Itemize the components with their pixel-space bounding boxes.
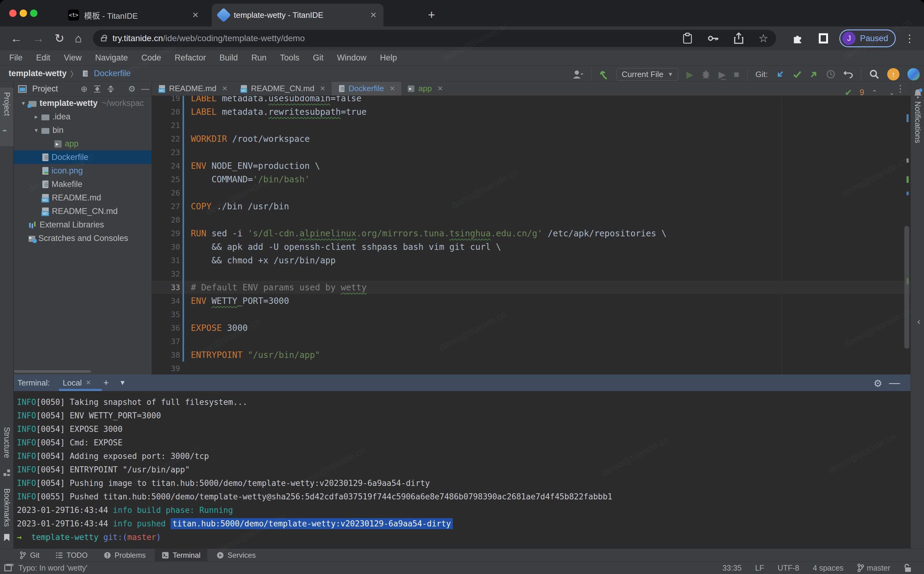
hide-panel-icon[interactable]: —	[141, 84, 149, 94]
menu-window[interactable]: Window	[337, 53, 366, 63]
menu-git[interactable]: Git	[313, 53, 324, 63]
code-line-22[interactable]: 22WORKDIR /root/workspace	[152, 132, 910, 145]
user-account-icon[interactable]	[572, 69, 583, 79]
terminal-minimize-icon[interactable]: —	[889, 376, 900, 389]
new-tab-button[interactable]: +	[428, 9, 435, 21]
git-commit-check-icon[interactable]	[792, 70, 801, 78]
run-button[interactable]: ▶	[686, 69, 693, 80]
clipboard-icon[interactable]	[682, 33, 693, 44]
code-line-39[interactable]: 39	[152, 361, 910, 374]
search-everywhere-icon[interactable]	[869, 69, 879, 79]
stripe-notifications-label[interactable]: Notifications	[913, 101, 922, 143]
next-problem-icon[interactable]: ⌄	[889, 89, 894, 97]
stripe-structure-label[interactable]: Structure	[2, 427, 11, 458]
code-line-31[interactable]: 31 && chmod +x /usr/bin/app	[152, 254, 910, 267]
line-ending[interactable]: LF	[755, 564, 764, 572]
collapse-all-icon[interactable]	[107, 85, 115, 93]
code-line-19[interactable]: 19LABEL metadata.usesubdomain=false	[152, 96, 910, 105]
menu-build[interactable]: Build	[219, 53, 238, 63]
editor-tab-options-icon[interactable]: ⋮	[896, 82, 910, 95]
inspections-widget[interactable]: ✔ 9 ⌃ ⌄	[845, 87, 894, 98]
structure-icon[interactable]	[3, 469, 10, 476]
editor-tab-dockerfile[interactable]: Dockerfile✕	[332, 82, 401, 95]
code-line-26[interactable]: 26	[152, 186, 910, 200]
breadcrumb-file[interactable]: Dockerfile	[81, 69, 131, 78]
tree-row-bin[interactable]: ▾bin	[14, 123, 152, 137]
menu-tools[interactable]: Tools	[280, 53, 299, 63]
error-stripe-mark[interactable]	[907, 158, 909, 163]
code-line-35[interactable]: 35	[152, 308, 910, 321]
forward-icon[interactable]: →	[33, 32, 44, 45]
expand-all-icon[interactable]	[93, 85, 101, 93]
bookmark-star-icon[interactable]: ☆	[758, 32, 768, 45]
error-stripe-mark[interactable]	[907, 192, 909, 195]
tree-row-readme_cn.md[interactable]: README_CN.md	[14, 204, 152, 218]
terminal-dropdown-chevron-icon[interactable]: ▼	[119, 379, 126, 387]
project-horizontal-scrollbar[interactable]	[14, 370, 91, 373]
stripe-project-label[interactable]: Project	[2, 92, 11, 116]
menu-refactor[interactable]: Refactor	[174, 53, 206, 63]
error-stripe-mark[interactable]	[907, 114, 909, 122]
menu-run[interactable]: Run	[251, 53, 267, 63]
tree-row-app[interactable]: app	[14, 137, 152, 150]
code-line-33[interactable]: 33# Default ENV params used by wetty	[152, 281, 910, 294]
window-close-button[interactable]	[9, 9, 17, 17]
tree-row-icon.png[interactable]: icon.png	[14, 164, 152, 177]
menu-code[interactable]: Code	[141, 53, 161, 63]
tree-row-readme.md[interactable]: README.md	[14, 191, 152, 204]
tree-chevron-icon[interactable]: ▸	[31, 113, 41, 120]
code-line-24[interactable]: 24ENV NODE_ENV=production \	[152, 159, 910, 172]
rollback-icon[interactable]	[843, 70, 853, 79]
menu-navigate[interactable]: Navigate	[95, 53, 128, 63]
tree-row-scratches and consoles[interactable]: Scratches and Consoles	[14, 232, 152, 245]
editor-tab-readme_cn.md[interactable]: README_CN.md✕	[234, 82, 332, 95]
bookmark-flag-icon[interactable]	[3, 533, 10, 541]
editor-area[interactable]: README.md✕README_CN.md✕Dockerfile✕app✕⋮ …	[152, 82, 910, 374]
new-terminal-session-icon[interactable]: +	[104, 378, 109, 388]
code-line-32[interactable]: 32	[152, 267, 910, 281]
tree-row-makefile[interactable]: Makefile	[14, 177, 152, 191]
tree-chevron-icon[interactable]: ▾	[31, 126, 41, 134]
run-with-coverage-icon[interactable]: ▶̲	[718, 69, 726, 80]
tree-chevron-icon[interactable]: ▾	[18, 99, 28, 107]
update-available-icon[interactable]: ↑	[887, 68, 899, 80]
caret-position[interactable]: 33:35	[723, 564, 742, 572]
tab-close-icon[interactable]: ✕	[390, 85, 395, 93]
terminal-tab-close-icon[interactable]: ✕	[86, 379, 91, 387]
terminal-tool-window[interactable]: Terminal: Local ✕ + ▼ ⚙ — INFO[0050] Tak…	[14, 374, 910, 549]
menu-view[interactable]: View	[64, 53, 82, 63]
toolwindow-services[interactable]: Services	[210, 549, 262, 562]
notifications-bell-icon[interactable]	[913, 88, 922, 98]
lock-icon[interactable]	[101, 37, 107, 41]
url-text[interactable]: try.titanide.cn/ide/web/coding/template-…	[113, 33, 305, 43]
debug-bug-icon[interactable]	[701, 69, 710, 79]
toolwindow-problems[interactable]: Problems	[97, 549, 152, 562]
code-line-37[interactable]: 37	[152, 334, 910, 348]
code-line-29[interactable]: 29RUN sed -i 's/dl-cdn.alpinelinux.org/m…	[152, 227, 910, 240]
toolwindow-todo[interactable]: TODO	[49, 549, 94, 562]
menu-edit[interactable]: Edit	[36, 53, 50, 63]
build-arrow-icon[interactable]	[599, 69, 609, 80]
editor-tab-app[interactable]: app✕	[401, 82, 449, 95]
stripe-bookmarks-label[interactable]: Bookmarks	[2, 488, 11, 527]
breadcrumb-project[interactable]: template-wetty	[9, 69, 67, 78]
menu-file[interactable]: File	[9, 53, 23, 63]
browser-tab-active[interactable]: template-wetty - TitanIDE ✕	[212, 4, 383, 27]
browser-tab-inactive[interactable]: <t> 模板 - TitanIDE ✕	[61, 4, 206, 27]
toolwindow-git[interactable]: Git	[12, 549, 46, 562]
code-viewport[interactable]: 19LABEL metadata.usesubdomain=false20LAB…	[152, 96, 910, 374]
file-encoding[interactable]: UTF-8	[778, 564, 800, 572]
project-folder-icon[interactable]	[3, 129, 6, 135]
code-line-25[interactable]: 25 COMMAND='/bin/bash'	[152, 172, 910, 186]
editor-preview-icon[interactable]	[4, 564, 14, 572]
terminal-output[interactable]: INFO[0050] Taking snapshot of full files…	[14, 391, 910, 549]
home-icon[interactable]: ⌂	[75, 32, 82, 45]
window-minimize-button[interactable]	[20, 9, 27, 17]
gear-icon[interactable]: ⚙	[128, 84, 135, 94]
tab-close-icon[interactable]: ✕	[370, 10, 377, 20]
git-update-icon[interactable]	[776, 70, 784, 79]
run-configuration-select[interactable]: Current File▼	[617, 68, 679, 81]
terminal-tab-local[interactable]: Local ✕	[61, 374, 93, 391]
tab-close-icon[interactable]: ✕	[222, 85, 228, 93]
code-line-20[interactable]: 20LABEL metadata.rewritesubpath=true	[152, 105, 910, 118]
